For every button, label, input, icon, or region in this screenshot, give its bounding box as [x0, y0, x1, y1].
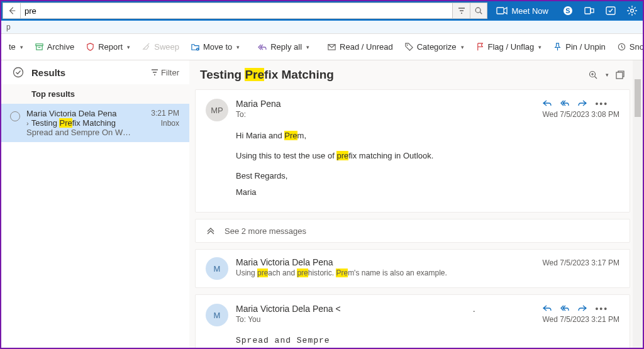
zoom-button[interactable]: [588, 70, 598, 80]
svg-rect-16: [616, 72, 623, 79]
tag-icon: [404, 42, 414, 52]
select-checkbox[interactable]: [10, 111, 20, 121]
search-back-button[interactable]: [3, 3, 20, 19]
chevron-down-icon: ▾: [20, 44, 23, 50]
message-sender: Maria Victoria Dela Pena: [26, 109, 145, 118]
avatar: M: [206, 257, 228, 280]
message-sender-name: Maria Victoria Dela Pena: [236, 257, 535, 267]
reply-all-button[interactable]: [560, 304, 570, 314]
double-chevron-up-icon: [206, 226, 216, 236]
message-folder: Inbox: [151, 119, 179, 128]
see-more-messages[interactable]: See 2 more messages: [195, 219, 630, 243]
sweep-icon: [142, 42, 151, 52]
svg-point-14: [14, 68, 23, 77]
message-card: M Maria Victoria Dela Pena <. To: You ••…: [195, 294, 630, 348]
svg-text:S: S: [565, 7, 570, 14]
reply-all-button[interactable]: Reply all▾: [252, 34, 314, 60]
flag-button[interactable]: Flag / Unflag▾: [470, 34, 547, 60]
message-to: To:: [236, 110, 535, 119]
message-time: 3:21 PM: [151, 109, 179, 118]
message-date: Wed 7/5/2023 3:21 PM: [542, 315, 619, 324]
search-filter-button[interactable]: [452, 3, 470, 19]
more-actions-button[interactable]: •••: [595, 304, 608, 314]
message-preview: Spread and Sempre On Wedn…: [26, 128, 133, 137]
message-body: Hi Maria and Prem, Using this to test th…: [196, 125, 630, 212]
read-unread-button[interactable]: Read / Unread: [322, 34, 398, 60]
avatar: MP: [206, 99, 228, 121]
search-button[interactable]: [470, 3, 487, 19]
teams-icon[interactable]: [579, 1, 600, 20]
report-button[interactable]: Report▾: [80, 34, 135, 60]
forward-button[interactable]: [577, 99, 587, 109]
popout-button[interactable]: [615, 70, 625, 80]
results-heading: Results: [31, 67, 143, 78]
check-circle-icon: [13, 67, 24, 78]
reply-button[interactable]: [542, 99, 552, 109]
message-date: Wed 7/5/2023 3:17 PM: [542, 258, 619, 267]
message-date: Wed 7/5/2023 3:08 PM: [542, 110, 619, 119]
chevron-down-icon: ▾: [127, 44, 130, 50]
todo-icon[interactable]: [600, 1, 621, 20]
svg-point-7: [631, 9, 634, 13]
meet-now-label: Meet Now: [511, 6, 548, 16]
meet-now-button[interactable]: Meet Now: [487, 1, 557, 20]
chevron-down-icon[interactable]: ▾: [606, 72, 609, 78]
search-input[interactable]: [20, 3, 452, 19]
archive-icon: [35, 42, 44, 52]
message-subject: › Testing Prefix Matching: [26, 118, 145, 128]
pin-icon: [553, 42, 562, 52]
strip-text: p: [6, 23, 11, 31]
svg-rect-4: [585, 8, 591, 14]
chevron-down-icon: ▾: [306, 44, 309, 50]
move-to-button[interactable]: Move to▾: [186, 34, 245, 60]
folder-icon: [191, 42, 200, 52]
more-actions-button[interactable]: •••: [595, 99, 608, 109]
svg-point-12: [406, 45, 408, 46]
thread-title: Testing Prefix Matching: [200, 68, 588, 82]
filter-button[interactable]: Filter: [151, 68, 179, 77]
camera-icon: [496, 6, 508, 15]
svg-point-0: [476, 8, 481, 13]
message-preview: Using preach and prehistoric. Prem's nam…: [236, 269, 535, 277]
archive-button[interactable]: Archive: [30, 34, 79, 60]
message-card-collapsed[interactable]: M Maria Victoria Dela Pena Using preach …: [195, 249, 630, 288]
sweep-button[interactable]: Sweep: [136, 34, 184, 60]
top-results-label: Top results: [1, 84, 189, 104]
flag-icon: [475, 42, 485, 52]
chevron-down-icon: ▾: [236, 44, 240, 50]
message-sender-name: Maria Victoria Dela Pena <.: [236, 304, 535, 314]
chevron-down-icon: ▾: [538, 44, 541, 50]
message-list-item[interactable]: Maria Victoria Dela Pena › Testing Prefi…: [1, 104, 189, 142]
svg-rect-1: [497, 8, 504, 14]
chevron-down-icon: ▾: [461, 44, 464, 50]
message-sender-name: Maria Pena: [236, 99, 535, 109]
reply-button[interactable]: [542, 304, 552, 314]
reply-all-button[interactable]: [560, 99, 570, 109]
message-to: To: You: [236, 315, 535, 324]
categorize-button[interactable]: Categorize▾: [399, 34, 469, 60]
message-body: Spread and Sempre …: [196, 330, 630, 348]
delete-button[interactable]: te▾: [4, 34, 28, 60]
message-card: MP Maria Pena To: ••• Wed 7/5/2023 3:08 …: [195, 89, 630, 213]
clock-icon: [617, 42, 626, 52]
scrollbar[interactable]: [633, 60, 643, 348]
skype-icon[interactable]: S: [557, 1, 579, 20]
shield-icon: [86, 42, 95, 52]
snooze-button[interactable]: Snooze▾: [612, 34, 644, 60]
avatar: M: [206, 304, 228, 326]
chevron-right-icon: ›: [26, 119, 29, 127]
forward-button[interactable]: [577, 304, 587, 314]
svg-rect-5: [591, 9, 594, 13]
pin-button[interactable]: Pin / Unpin: [548, 34, 611, 60]
settings-icon[interactable]: [621, 1, 643, 20]
reply-all-icon: [257, 43, 267, 52]
filter-icon: [151, 69, 158, 76]
envelope-icon: [327, 42, 336, 52]
